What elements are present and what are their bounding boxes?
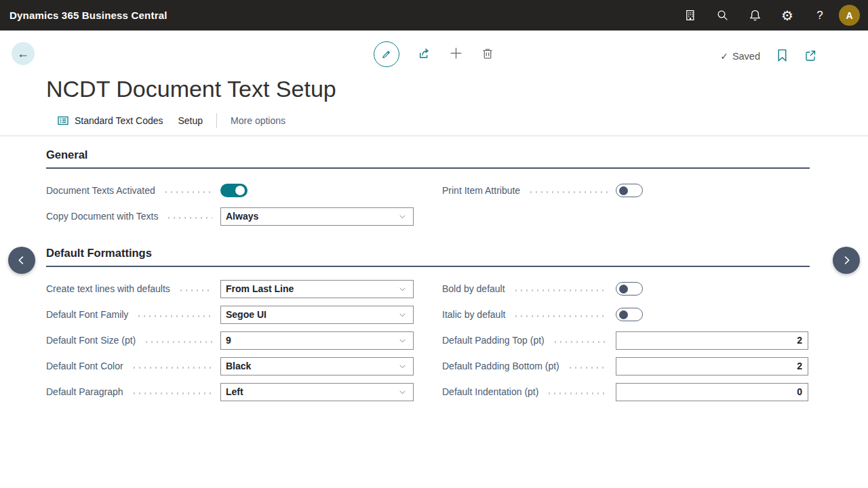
chevron-right-icon [840, 254, 852, 266]
field-default-padding-top: Default Padding Top (pt) [442, 327, 808, 353]
chevron-down-icon [398, 212, 407, 221]
create-text-lines-select[interactable]: From Last Line [220, 280, 414, 298]
open-in-new-window-button[interactable] [804, 49, 816, 64]
field-label: Default Font Family [46, 309, 128, 320]
dotted-leader [163, 191, 212, 193]
share-button[interactable] [417, 46, 431, 62]
check-icon: ✓ [720, 51, 728, 62]
field-italic-by-default: Italic by default [442, 302, 808, 327]
field-copy-document-with-texts: Copy Document with Texts Always [46, 203, 414, 229]
default-font-color-select[interactable]: Black [220, 357, 414, 375]
italic-by-default-toggle[interactable] [616, 308, 643, 321]
default-padding-bottom-input[interactable] [616, 357, 808, 375]
save-status: ✓ Saved [720, 51, 760, 62]
default-padding-top-input[interactable] [616, 331, 808, 350]
action-setup[interactable]: Setup [178, 115, 203, 126]
field-label: Default Padding Top (pt) [442, 335, 545, 346]
field-label: Print Item Attribute [442, 185, 520, 196]
field-label: Copy Document with Texts [46, 211, 158, 222]
page-toolbar: ← [0, 30, 868, 73]
chevron-down-icon [398, 285, 407, 293]
notifications-icon[interactable] [738, 0, 771, 30]
bookmark-button[interactable] [776, 49, 788, 64]
toolbar-actions [374, 41, 494, 67]
chevron-left-icon [16, 254, 28, 266]
avatar[interactable]: A [839, 5, 860, 26]
dotted-leader [553, 341, 608, 343]
dotted-leader [513, 315, 608, 317]
app-title: Dynamics 365 Business Central [9, 9, 167, 21]
trash-icon [481, 47, 494, 60]
section-default-formattings: Default Formattings Create text lines wi… [46, 247, 810, 405]
default-font-family-select[interactable]: Segoe UI [220, 306, 414, 324]
default-font-size-select[interactable]: 9 [220, 331, 414, 350]
field-label: Create text lines with defaults [46, 283, 170, 294]
field-print-item-attribute: Print Item Attribute [442, 178, 808, 203]
dotted-leader [547, 392, 608, 394]
copy-document-with-texts-select[interactable]: Always [220, 207, 414, 226]
section-general-title[interactable]: General [46, 148, 810, 161]
edit-button[interactable] [374, 41, 399, 67]
pencil-icon [380, 48, 393, 60]
default-indentation-input[interactable] [616, 383, 808, 401]
report-list-icon [57, 115, 69, 127]
field-default-indentation: Default Indentation (pt) [442, 379, 808, 405]
dotted-leader [513, 289, 608, 291]
help-icon[interactable]: ? [804, 0, 836, 30]
bookmark-icon [776, 49, 788, 62]
field-label: Default Indentation (pt) [442, 386, 538, 397]
field-label: Bold by default [442, 283, 505, 294]
page-title: NCDT Document Text Setup [46, 74, 868, 104]
field-label: Default Padding Bottom (pt) [442, 361, 559, 371]
field-document-texts-activated: Document Texts Activated [46, 178, 414, 203]
field-label: Document Texts Activated [46, 185, 155, 196]
default-paragraph-select[interactable]: Left [220, 383, 414, 401]
back-button[interactable]: ← [12, 42, 35, 65]
dotted-leader [528, 191, 608, 193]
toolbar-right: ✓ Saved [720, 49, 816, 64]
field-bold-by-default: Bold by default [442, 276, 808, 302]
action-standard-text-codes[interactable]: Standard Text Codes [57, 115, 163, 127]
field-default-paragraph: Default Paragraph Left [46, 379, 414, 405]
action-bar-divider [0, 136, 868, 136]
bold-by-default-toggle[interactable] [616, 282, 643, 296]
chevron-down-icon [398, 388, 407, 396]
section-general: General Document Texts Activated Copy Do… [46, 148, 810, 229]
dotted-leader [166, 217, 212, 219]
field-default-font-size: Default Font Size (pt) 9 [46, 327, 414, 353]
chevron-down-icon [398, 310, 407, 319]
dotted-leader [132, 392, 212, 394]
print-item-attribute-toggle[interactable] [616, 184, 643, 197]
section-rule [46, 167, 810, 169]
topbar-icon-group: ⚙ ? A [673, 0, 868, 30]
chevron-down-icon [398, 362, 407, 371]
field-default-font-color: Default Font Color Black [46, 353, 414, 379]
company-icon[interactable] [673, 0, 706, 30]
plus-icon [449, 46, 463, 60]
dotted-leader [132, 367, 212, 369]
share-icon [417, 46, 431, 60]
field-label: Default Font Color [46, 361, 123, 371]
action-more-options[interactable]: More options [231, 115, 285, 126]
top-bar: Dynamics 365 Business Central [0, 0, 868, 30]
settings-icon[interactable]: ⚙ [771, 0, 804, 30]
action-bar: Standard Text Codes Setup More options [57, 113, 868, 128]
field-label: Italic by default [442, 309, 505, 320]
new-button[interactable] [449, 46, 463, 62]
dotted-leader [144, 341, 212, 343]
chevron-down-icon [398, 336, 407, 345]
delete-button[interactable] [481, 47, 494, 62]
field-label: Default Font Size (pt) [46, 335, 136, 346]
dotted-leader [136, 315, 212, 317]
previous-record-button[interactable] [8, 247, 35, 274]
field-default-font-family: Default Font Family Segoe UI [46, 302, 414, 327]
next-record-button[interactable] [833, 247, 860, 274]
dotted-leader [178, 289, 212, 291]
section-default-formattings-title[interactable]: Default Formattings [46, 247, 810, 260]
open-in-new-window-icon [804, 49, 816, 62]
field-label: Default Paragraph [46, 386, 123, 397]
document-texts-activated-toggle[interactable] [220, 184, 248, 197]
search-icon[interactable] [706, 0, 738, 30]
field-create-text-lines: Create text lines with defaults From Las… [46, 276, 414, 302]
section-rule [46, 266, 810, 267]
